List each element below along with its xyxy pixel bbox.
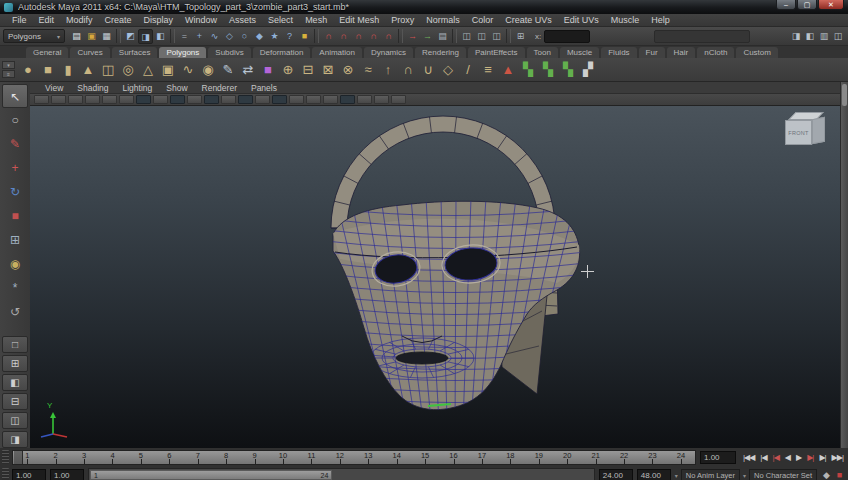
layout-four-pane[interactable]: ⊞ — [2, 355, 28, 372]
timeline-frame[interactable]: 15 — [411, 451, 439, 464]
channel-box-toggle-icon[interactable]: ▥ — [817, 29, 831, 43]
character-set-selector[interactable]: No Character Set — [749, 469, 817, 480]
shelf-tab-fur[interactable]: Fur — [639, 47, 665, 58]
paint-select-tool[interactable]: ✎ — [2, 132, 28, 156]
quad-draw-icon[interactable]: ▚ — [518, 60, 538, 80]
snap-point-icon[interactable]: ∩ — [351, 29, 366, 44]
panel-menu-show[interactable]: Show — [159, 83, 194, 93]
poly-prism-icon[interactable]: △ — [138, 60, 158, 80]
move-tool[interactable]: + — [2, 156, 28, 180]
viewport[interactable]: FRONT Y — [30, 106, 840, 448]
shelf-menu-buttons[interactable]: ▾ ≡ — [2, 59, 15, 81]
timeline-frame[interactable]: 12 — [326, 451, 354, 464]
timeline-frame[interactable]: 23 — [638, 451, 666, 464]
animation-preferences-icon[interactable]: ■ — [833, 469, 846, 480]
rotate-tool[interactable]: ↻ — [2, 180, 28, 204]
textured-icon[interactable] — [289, 95, 304, 104]
poly-soccer-ball-icon[interactable]: ◉ — [198, 60, 218, 80]
save-scene-icon[interactable]: ▦ — [99, 29, 114, 44]
shaded-icon[interactable] — [272, 95, 287, 104]
shelf-tab-curves[interactable]: Curves — [70, 47, 109, 58]
anim-layer-selector[interactable]: No Anim Layer — [681, 469, 740, 480]
timeline-frame[interactable]: 22 — [610, 451, 638, 464]
merge-vertices-icon[interactable]: ∪ — [418, 60, 438, 80]
sidebar-expand-handle[interactable] — [842, 84, 847, 106]
grease-pencil-icon[interactable] — [119, 95, 134, 104]
poly-plane-icon[interactable]: ◫ — [98, 60, 118, 80]
gate-mask-icon[interactable] — [187, 95, 202, 104]
view-cube[interactable]: FRONT — [783, 111, 833, 153]
timeline-frame[interactable]: 13 — [354, 451, 382, 464]
poly-torus-icon[interactable]: ◎ — [118, 60, 138, 80]
shelf-menu-arrow-icon[interactable]: ▾ — [2, 61, 15, 69]
timeline-frame[interactable]: 7 — [184, 451, 212, 464]
menu-normals[interactable]: Normals — [420, 15, 466, 25]
menu-help[interactable]: Help — [645, 15, 676, 25]
shelf-tab-hair[interactable]: Hair — [667, 47, 696, 58]
field-chart-icon[interactable] — [204, 95, 219, 104]
scale-tool[interactable]: ■ — [2, 204, 28, 228]
go-to-range-start-button[interactable]: |◀◀ — [740, 453, 757, 462]
input-connections-icon[interactable]: → — [405, 29, 420, 44]
open-scene-icon[interactable]: ▣ — [84, 29, 99, 44]
sidebar-collapsed-strip[interactable] — [840, 82, 848, 448]
dock-grip[interactable] — [2, 450, 9, 464]
timeline-frame[interactable]: 9 — [240, 451, 268, 464]
use-all-lights-icon[interactable] — [306, 95, 321, 104]
bevel-icon[interactable]: ◇ — [438, 60, 458, 80]
camera-attributes-icon[interactable] — [51, 95, 66, 104]
timeline-frame[interactable]: 1 — [13, 451, 41, 464]
go-to-range-end-button[interactable]: ▶▶| — [829, 453, 846, 462]
mask-surfaces-icon[interactable]: ◇ — [222, 29, 237, 44]
select-component-icon[interactable]: ◧ — [153, 29, 168, 44]
shelf-tab-fluids[interactable]: Fluids — [601, 47, 636, 58]
shrink-wrap-icon[interactable]: ▚ — [558, 60, 578, 80]
smooth-icon[interactable]: ≈ — [358, 60, 378, 80]
timeline-frame[interactable]: 5 — [127, 451, 155, 464]
lock-selection-icon[interactable]: ■ — [297, 29, 312, 44]
screen-ao-icon[interactable] — [340, 95, 355, 104]
resolution-gate-icon[interactable] — [170, 95, 185, 104]
shelf-tab-painteffects[interactable]: PaintEffects — [468, 47, 525, 58]
select-hierarchy-icon[interactable]: ◩ — [123, 29, 138, 44]
timeline-frame[interactable]: 10 — [269, 451, 297, 464]
mask-handles-icon[interactable]: + — [192, 29, 207, 44]
playback-start-field[interactable]: 1.00 — [12, 469, 46, 480]
timeline-frame[interactable]: 21 — [581, 451, 609, 464]
modeling-toolkit-toggle-icon[interactable]: ◫ — [831, 29, 845, 43]
shelf-tab-animation[interactable]: Animation — [312, 47, 362, 58]
sculpt-geometry-icon[interactable]: ✎ — [218, 60, 238, 80]
panel-menu-lighting[interactable]: Lighting — [115, 83, 159, 93]
play-backwards-button[interactable]: ◀ — [782, 453, 793, 462]
menu-file[interactable]: File — [6, 15, 33, 25]
last-tool[interactable]: ↺ — [2, 300, 28, 324]
menu-create-uvs[interactable]: Create UVs — [499, 15, 558, 25]
booleans-icon[interactable]: ⊗ — [338, 60, 358, 80]
view-cube-right-face[interactable] — [812, 117, 825, 144]
wireframe-icon[interactable] — [255, 95, 270, 104]
poly-cylinder-icon[interactable]: ▮ — [58, 60, 78, 80]
shelf-tab-polygons[interactable]: Polygons — [159, 47, 206, 58]
shelf-tab-toon[interactable]: Toon — [527, 47, 558, 58]
construction-history-icon[interactable]: ▤ — [435, 29, 450, 44]
layout-persp-outliner[interactable]: ◧ — [2, 374, 28, 391]
timeline-frame[interactable]: 20 — [553, 451, 581, 464]
layout-single-pane[interactable]: □ — [2, 336, 28, 353]
zombie-head-model[interactable] — [30, 106, 840, 410]
layout-hypershade-persp[interactable]: ◫ — [2, 412, 28, 429]
shelf-tab-rendering[interactable]: Rendering — [415, 47, 466, 58]
xyz-mode-icon[interactable]: ⊞ — [513, 29, 528, 44]
shelf-tab-dynamics[interactable]: Dynamics — [364, 47, 413, 58]
poly-pipe-icon[interactable]: ▣ — [158, 60, 178, 80]
panel-menu-renderer[interactable]: Renderer — [195, 83, 244, 93]
mask-all-icon[interactable]: = — [177, 29, 192, 44]
menu-window[interactable]: Window — [179, 15, 223, 25]
tool-settings-toggle-icon[interactable]: ◧ — [803, 29, 817, 43]
mask-rendering-icon[interactable]: ★ — [267, 29, 282, 44]
close-button[interactable]: ✕ — [818, 0, 844, 10]
coord-input[interactable] — [544, 30, 590, 43]
separate-icon[interactable]: ⊟ — [298, 60, 318, 80]
timeline-frame[interactable]: 3 — [70, 451, 98, 464]
timeline-frame[interactable]: 11 — [297, 451, 325, 464]
shelf-tab-general[interactable]: General — [26, 47, 68, 58]
